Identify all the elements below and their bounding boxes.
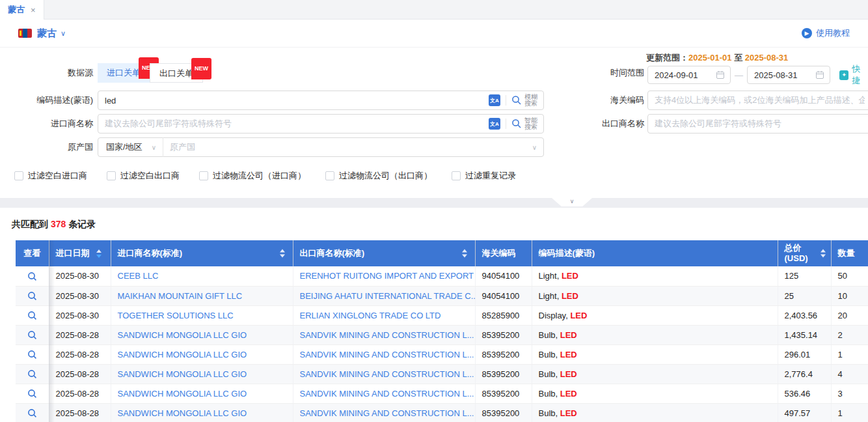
desc-keyword: LED: [570, 311, 587, 320]
search-icon: [511, 95, 522, 106]
view-record-button[interactable]: [27, 272, 37, 281]
translate-icon[interactable]: 文A: [489, 118, 500, 130]
tab-close-icon[interactable]: ×: [31, 5, 36, 15]
sort-icon-exporter[interactable]: [462, 249, 467, 258]
date-from-input[interactable]: 2024-09-01: [647, 66, 731, 84]
update-range: 更新范围：2025-01-01 至 2025-08-31: [646, 52, 788, 64]
exporter-link[interactable]: ERLIAN XINGLONG TRADE CO LTD: [300, 311, 441, 320]
view-record-button[interactable]: [27, 389, 37, 399]
fuzzy-search-button[interactable]: 模糊搜索: [511, 94, 543, 107]
origin-control: 国家/地区 ∨ 原产国 ∨: [98, 137, 544, 157]
exporter-label: 出口商名称: [557, 114, 644, 134]
exporter-link[interactable]: BEIJING AHATU INTERNATIONAL TRADE C...: [300, 291, 476, 301]
calendar-icon: [716, 70, 725, 79]
importer-link[interactable]: TOGETHER SOLUTIONS LLC: [118, 311, 234, 320]
sort-icon-importer[interactable]: [280, 249, 285, 258]
checkbox[interactable]: [107, 171, 116, 180]
calendar-icon: [815, 70, 824, 79]
cell-import-date: 2025-08-30: [49, 266, 111, 286]
col-import-date-label: 进口日期: [56, 248, 90, 258]
cell-total-price: 25: [778, 286, 831, 305]
col-price[interactable]: 总价 (USD): [778, 240, 831, 266]
cell-description: Light, LED: [532, 266, 778, 286]
tutorial-link[interactable]: ▶ 使用教程: [802, 27, 850, 39]
collapse-panel-button[interactable]: ∨: [552, 198, 592, 206]
tab-import-declaration[interactable]: 进口关单 NEW: [98, 63, 150, 83]
quick-select-button[interactable]: ✦ 快捷: [839, 63, 868, 87]
checkbox[interactable]: [325, 171, 334, 180]
checkbox[interactable]: [452, 171, 461, 180]
importer-link[interactable]: MAIKHAN MOUNTAIN GIFT LLC: [118, 291, 243, 301]
view-record-button[interactable]: [27, 350, 37, 359]
checkbox-label: 过滤物流公司（进口商）: [213, 170, 306, 182]
desc-text: Bulb,: [539, 350, 560, 359]
exporter-link[interactable]: SANDVIK MINING AND CONSTRUCTION L...: [300, 369, 474, 379]
cell-description: Bulb, LED: [532, 345, 778, 364]
table-row: 2025-08-28 SANDWICH MONGOLIA LLC GIO SAN…: [16, 384, 868, 403]
country-selector-label[interactable]: 蒙古: [37, 27, 57, 40]
importer-input[interactable]: 建议去除公司尾部字符或特殊符号 文A 智能搜索: [98, 114, 544, 134]
summary-suffix: 条记录: [68, 219, 96, 229]
exporter-input[interactable]: 建议去除公司尾部字符或特殊符号: [647, 114, 868, 134]
page-tab-mongolia[interactable]: 蒙古 ×: [0, 0, 44, 20]
exporter-link[interactable]: SANDVIK MINING AND CONSTRUCTION L...: [300, 408, 474, 418]
importer-link[interactable]: SANDWICH MONGOLIA LLC GIO: [118, 408, 247, 418]
table-header-row: 查看 进口日期 进口商名称(标准) 出口商名称(标准) 海关编码 编码描述(蒙语…: [16, 240, 868, 266]
update-range-to: 2025-08-31: [745, 53, 789, 63]
code-desc-input[interactable]: led 文A 模糊搜索: [98, 91, 544, 110]
col-importer[interactable]: 进口商名称(标准): [111, 240, 293, 266]
cell-hs-code: 85395200: [475, 364, 532, 384]
checkbox-label: 过滤重复记录: [465, 170, 516, 182]
translate-icon[interactable]: 文A: [489, 94, 500, 106]
hs-code-input[interactable]: 支持4位以上海关编码，或2位海关编码加上产品描述、企业名称: [647, 91, 868, 110]
origin-placeholder[interactable]: 原产国: [163, 141, 532, 153]
desc-keyword: LED: [560, 330, 577, 340]
exporter-link[interactable]: SANDVIK MINING AND CONSTRUCTION L...: [300, 350, 474, 359]
exporter-link[interactable]: SANDVIK MINING AND CONSTRUCTION L...: [300, 330, 474, 340]
origin-country-select[interactable]: 国家/地区 ∨: [98, 141, 163, 153]
filter-checkbox[interactable]: 过滤重复记录: [452, 170, 516, 182]
view-record-button[interactable]: [27, 369, 37, 379]
results-table: 查看 进口日期 进口商名称(标准) 出口商名称(标准) 海关编码 编码描述(蒙语…: [16, 240, 868, 422]
checkbox-label: 过滤空白进口商: [28, 170, 87, 182]
checkbox-label: 过滤物流公司（出口商）: [339, 170, 432, 182]
col-import-date[interactable]: 进口日期: [49, 240, 111, 266]
importer-link[interactable]: SANDWICH MONGOLIA LLC GIO: [118, 389, 247, 399]
col-exporter[interactable]: 出口商名称(标准): [293, 240, 475, 266]
cell-quantity: 3: [831, 384, 868, 403]
chevron-down-icon: ∨: [152, 144, 156, 151]
importer-link[interactable]: SANDWICH MONGOLIA LLC GIO: [118, 330, 247, 340]
sort-icon-date[interactable]: [96, 249, 102, 258]
importer-link[interactable]: SANDWICH MONGOLIA LLC GIO: [118, 369, 247, 379]
divider: [506, 119, 506, 129]
importer-link[interactable]: CEEB LLC: [118, 271, 159, 281]
code-desc-label: 编码描述(蒙语): [0, 91, 93, 110]
cell-description: Bulb, LED: [532, 364, 778, 384]
cell-total-price: 2,403.56: [778, 305, 831, 325]
view-record-button[interactable]: [27, 311, 37, 320]
col-desc: 编码描述(蒙语): [532, 240, 778, 266]
checkbox[interactable]: [199, 171, 208, 180]
sort-icon-price[interactable]: [821, 249, 826, 258]
view-record-button[interactable]: [27, 291, 37, 301]
smart-search-button[interactable]: 智能搜索: [511, 117, 543, 131]
chevron-down-icon[interactable]: ∨: [61, 29, 66, 38]
date-to-input[interactable]: 2025-08-31: [747, 66, 830, 84]
filter-checkbox[interactable]: 过滤物流公司（进口商）: [199, 170, 306, 182]
table-body: 2025-08-30 CEEB LLC ERENHOT RUITONG IMPO…: [16, 266, 868, 422]
view-record-button[interactable]: [27, 330, 37, 340]
desc-text: Light,: [539, 271, 562, 281]
filter-checkbox[interactable]: 过滤物流公司（出口商）: [325, 170, 432, 182]
cell-description: Bulb, LED: [532, 403, 778, 422]
exporter-link[interactable]: SANDVIK MINING AND CONSTRUCTION L...: [300, 389, 474, 399]
tab-export-declaration[interactable]: 出口关单 NEW: [150, 63, 203, 83]
checkbox[interactable]: [14, 171, 23, 180]
view-record-button[interactable]: [27, 408, 37, 418]
importer-link[interactable]: SANDWICH MONGOLIA LLC GIO: [118, 350, 247, 359]
importer-placeholder: 建议去除公司尾部字符或特殊符号: [105, 118, 489, 130]
exporter-link[interactable]: ERENHOT RUITONG IMPORT AND EXPORT ...: [300, 271, 476, 281]
desc-keyword: LED: [560, 369, 577, 379]
filter-checkbox[interactable]: 过滤空白出口商: [107, 170, 180, 182]
time-range-label: 时间范围: [557, 63, 644, 83]
filter-checkbox[interactable]: 过滤空白进口商: [14, 170, 87, 182]
